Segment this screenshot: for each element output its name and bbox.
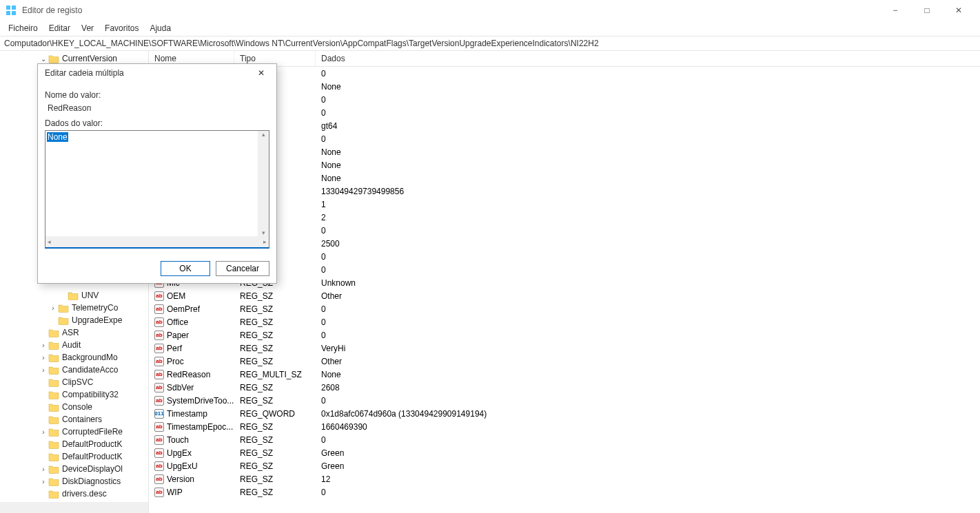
tree-item[interactable]: Containers [0, 413, 148, 426]
tree-item[interactable]: ClipSVC [0, 376, 148, 388]
tree-item[interactable]: DefaultProductK [0, 450, 148, 463]
folder-icon [48, 54, 59, 63]
tree-item[interactable]: ›CandidateAcco [0, 364, 148, 376]
tree-item-label: BackgroundMo [62, 353, 118, 362]
menu-file[interactable]: Ficheiro [3, 21, 43, 35]
list-row[interactable]: abOEMREG_SZOther [149, 289, 980, 302]
list-row[interactable]: abTouchREG_SZ0 [149, 433, 980, 446]
cell-name: abWIP [149, 488, 234, 497]
cell-data: 0 [316, 69, 980, 78]
list-row[interactable]: abPaperREG_SZ0 [149, 328, 980, 342]
list-row[interactable]: abRedReasonREG_MULTI_SZNone [149, 368, 980, 381]
tree-expand-icon[interactable]: › [39, 342, 48, 349]
window-title: Editor de registo [22, 6, 879, 15]
list-row[interactable]: abUpgExREG_SZGreen [149, 446, 980, 459]
string-value-icon: ab [154, 370, 164, 379]
string-value-icon: ab [154, 448, 164, 458]
tree-expand-icon[interactable]: › [39, 478, 48, 485]
menu-help[interactable]: Ajuda [144, 21, 176, 35]
tree-item[interactable]: DefaultProductK [0, 438, 148, 450]
value-data-textarea[interactable]: None [45, 130, 269, 249]
string-value-icon: ab [154, 435, 164, 445]
menu-favorites[interactable]: Favoritos [99, 21, 144, 35]
string-value-icon: ab [154, 304, 164, 314]
folder-icon [48, 353, 59, 362]
folder-icon [58, 315, 69, 325]
cell-data: VeryHi [316, 344, 980, 353]
value-name-text: TimestampEpoc... [167, 422, 233, 432]
close-button[interactable]: ✕ [943, 0, 974, 21]
tree-item-label: CorruptedFileRe [62, 427, 123, 437]
tree-item[interactable]: drivers.desc [0, 488, 148, 500]
tree-item-label: Console [62, 402, 92, 412]
cell-type: REG_SZ [234, 331, 316, 340]
cell-data: 1660469390 [316, 422, 980, 432]
list-row[interactable]: abSystemDriveToo...REG_SZ0 [149, 394, 980, 407]
cell-data: Other [316, 357, 980, 366]
folder-icon [48, 390, 59, 399]
value-name-text: Touch [167, 435, 189, 445]
tree-item[interactable]: ›Audit [0, 339, 148, 351]
cell-name: abUpgExU [149, 461, 234, 471]
tree-item[interactable]: ›BackgroundMo [0, 351, 148, 364]
maximize-button[interactable]: □ [911, 0, 943, 21]
tree-expand-icon[interactable]: › [39, 428, 48, 436]
tree-item[interactable]: ›TelemetryCo [0, 302, 148, 314]
tree-expand-icon[interactable]: › [39, 465, 48, 473]
tree-item[interactable]: Console [0, 401, 148, 413]
tree-item[interactable]: ›DiskDiagnostics [0, 475, 148, 488]
list-row[interactable]: abOemPrefREG_SZ0 [149, 302, 980, 315]
cell-name: abVersion [149, 474, 234, 484]
menu-edit[interactable]: Editar [43, 21, 76, 35]
tree-item[interactable]: UpgradeExpe [0, 314, 148, 326]
addressbar[interactable]: Computador\HKEY_LOCAL_MACHINE\SOFTWARE\M… [0, 36, 980, 51]
tree-item[interactable]: ›DeviceDisplayOl [0, 463, 148, 475]
cell-name: abOemPref [149, 304, 234, 314]
tree-item-label: ASR [62, 328, 79, 337]
cell-type: REG_SZ [234, 435, 316, 445]
cancel-button[interactable]: Cancelar [216, 261, 269, 276]
value-data-label: Dados do valor: [45, 118, 269, 128]
list-row[interactable]: abVersionREG_SZ12 [149, 472, 980, 485]
cell-data: 0 [316, 317, 980, 327]
value-data-selected-text: None [47, 132, 68, 142]
cell-data: gt64 [316, 121, 980, 131]
tree-expand-icon[interactable]: ⌄ [39, 55, 48, 63]
tree-item[interactable]: UNV [0, 289, 148, 302]
list-row[interactable]: abPerfREG_SZVeryHi [149, 342, 980, 355]
tree-item[interactable]: Compatibility32 [0, 388, 148, 401]
column-header-data[interactable]: Dados [316, 51, 980, 66]
tree-horizontal-scrollbar[interactable] [0, 502, 148, 513]
cell-name: abSystemDriveToo... [149, 396, 234, 406]
cell-data: 0 [316, 134, 980, 144]
textarea-vertical-scrollbar[interactable] [258, 131, 269, 236]
list-row[interactable]: abTimestampEpoc...REG_SZ1660469390 [149, 420, 980, 433]
cell-data: 0 [316, 265, 980, 275]
value-name-text: Proc [167, 357, 184, 366]
cell-data: Green [316, 461, 980, 471]
list-row[interactable]: abSdbVerREG_SZ2608 [149, 381, 980, 394]
ok-button[interactable]: OK [161, 261, 210, 276]
list-row[interactable]: abUpgExUREG_SZGreen [149, 459, 980, 472]
folder-icon [48, 415, 59, 424]
tree-item[interactable]: ›CorruptedFileRe [0, 426, 148, 438]
cell-name: abOEM [149, 291, 234, 301]
dialog-titlebar[interactable]: Editar cadeia múltipla ✕ [38, 64, 276, 82]
tree-item[interactable]: ASR [0, 326, 148, 339]
dialog-close-button[interactable]: ✕ [253, 68, 269, 78]
list-row[interactable]: abWIPREG_SZ0 [149, 485, 980, 499]
tree-expand-icon[interactable]: › [39, 354, 48, 362]
list-row[interactable]: abProcREG_SZOther [149, 355, 980, 368]
tree-expand-icon[interactable]: › [48, 304, 58, 312]
cell-data: 0x1d8afc0674d960a (133049429909149194) [316, 409, 980, 419]
value-name-field: RedReason [45, 102, 269, 114]
tree-expand-icon[interactable]: › [39, 366, 48, 374]
cell-name: abOffice [149, 317, 234, 327]
menu-view[interactable]: Ver [76, 21, 99, 35]
cell-data: 0 [316, 226, 980, 235]
list-row[interactable]: abOfficeREG_SZ0 [149, 315, 980, 328]
textarea-horizontal-scrollbar[interactable] [45, 236, 269, 247]
minimize-button[interactable]: − [879, 0, 911, 21]
list-row[interactable]: 011TimestampREG_QWORD0x1d8afc0674d960a (… [149, 407, 980, 420]
cell-data: None [316, 174, 980, 183]
